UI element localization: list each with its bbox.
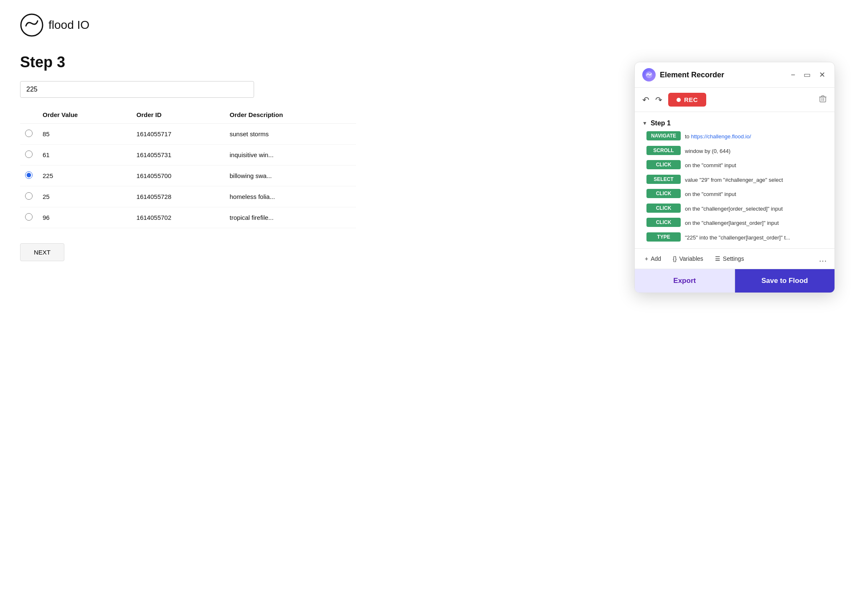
redo-button[interactable]: ↷: [655, 95, 662, 105]
action-badge: TYPE: [646, 232, 681, 242]
action-row[interactable]: CLICK on the "challenger[order_selected]…: [635, 201, 835, 216]
rec-dot: [677, 98, 681, 102]
action-badge: CLICK: [646, 204, 681, 213]
minimize-button[interactable]: −: [789, 70, 797, 80]
rec-label: REC: [684, 96, 698, 103]
order-id: 1614055728: [132, 186, 225, 207]
table-row: 96 1614055702 tropical firefile...: [20, 207, 356, 228]
recorder-logo-icon: [642, 68, 656, 81]
orders-table: Order Value Order ID Order Description 8…: [20, 108, 356, 228]
order-id: 1614055731: [132, 145, 225, 165]
order-description: inquisitive win...: [225, 145, 356, 165]
add-button[interactable]: + Add: [642, 254, 664, 264]
recorder-actions: Export Save to Flood: [635, 269, 835, 275]
variables-icon: {}: [673, 255, 677, 262]
search-input[interactable]: [20, 81, 254, 98]
order-radio-2[interactable]: [25, 171, 33, 179]
action-text: on the "commit" input: [685, 160, 736, 170]
order-value: 85: [38, 124, 132, 145]
header-controls: − ▭ ✕: [789, 69, 827, 80]
main-content: flood IO Step 3 Order Value Order ID Ord…: [0, 0, 376, 275]
action-row[interactable]: CLICK on the "commit" input: [635, 186, 835, 201]
table-row: 85 1614055717 sunset storms: [20, 124, 356, 145]
action-row[interactable]: CLICK on the "commit" input: [635, 158, 835, 172]
action-text: "225" into the "challenger[largest_order…: [685, 232, 790, 242]
action-row[interactable]: SELECT value "29" from "#challenger_age"…: [635, 172, 835, 187]
svg-rect-2: [820, 97, 826, 102]
col-order-desc: Order Description: [225, 108, 356, 124]
radio-cell[interactable]: [20, 145, 38, 165]
order-description: billowing swa...: [225, 165, 356, 186]
order-value: 96: [38, 207, 132, 228]
settings-label: Settings: [723, 255, 744, 262]
export-button[interactable]: Export: [635, 269, 735, 275]
action-text: value "29" from "#challenger_age" select: [685, 175, 783, 184]
order-description: tropical firefile...: [225, 207, 356, 228]
col-radio: [20, 108, 38, 124]
more-button[interactable]: …: [819, 254, 827, 264]
radio-cell[interactable]: [20, 207, 38, 228]
step-1-header: ▼ Step 1: [635, 116, 835, 129]
action-text: on the "challenger[largest_order]" input: [685, 218, 779, 227]
flood-logo-icon: [20, 13, 43, 37]
action-text: on the "commit" input: [685, 189, 736, 199]
rec-button[interactable]: REC: [668, 93, 706, 107]
action-text: to https://challenge.flood.io/: [685, 131, 751, 141]
action-row[interactable]: NAVIGATE to https://challenge.flood.io/: [635, 129, 835, 143]
action-badge: NAVIGATE: [646, 131, 681, 140]
order-description: homeless folia...: [225, 186, 356, 207]
radio-cell[interactable]: [20, 165, 38, 186]
undo-button[interactable]: ↶: [642, 95, 649, 105]
action-badge: SELECT: [646, 175, 681, 184]
action-row[interactable]: SCROLL window by (0, 644): [635, 143, 835, 158]
order-id: 1614055700: [132, 165, 225, 186]
action-badge: CLICK: [646, 189, 681, 198]
add-icon: +: [645, 255, 648, 262]
save-to-flood-button[interactable]: Save to Flood: [735, 269, 835, 275]
order-radio-4[interactable]: [25, 213, 33, 221]
order-value: 61: [38, 145, 132, 165]
radio-cell[interactable]: [20, 124, 38, 145]
order-id: 1614055717: [132, 124, 225, 145]
variables-button[interactable]: {} Variables: [670, 254, 706, 264]
order-value: 25: [38, 186, 132, 207]
action-text: window by (0, 644): [685, 146, 730, 155]
action-row[interactable]: CLICK on the "challenger[largest_order]"…: [635, 215, 835, 230]
col-order-id: Order ID: [132, 108, 225, 124]
actions-list: NAVIGATE to https://challenge.flood.io/ …: [635, 129, 835, 244]
recorder-footer: + Add {} Variables ☰ Settings …: [635, 248, 835, 269]
action-row[interactable]: TYPE "225" into the "challenger[largest_…: [635, 230, 835, 244]
order-radio-0[interactable]: [25, 130, 33, 137]
step-1-label: Step 1: [651, 120, 671, 127]
order-description: sunset storms: [225, 124, 356, 145]
order-value: 225: [38, 165, 132, 186]
svg-point-0: [21, 14, 43, 36]
order-id: 1614055702: [132, 207, 225, 228]
action-badge: CLICK: [646, 218, 681, 227]
logo-area: flood IO: [20, 13, 356, 37]
close-button[interactable]: ✕: [817, 69, 827, 80]
radio-cell[interactable]: [20, 186, 38, 207]
action-link[interactable]: https://challenge.flood.io/: [691, 133, 751, 140]
table-row: 25 1614055728 homeless folia...: [20, 186, 356, 207]
recorder-title: Element Recorder: [660, 71, 785, 79]
next-button[interactable]: NEXT: [20, 243, 64, 261]
delete-button[interactable]: [819, 94, 827, 105]
recorder-header: Element Recorder − ▭ ✕: [635, 62, 835, 88]
recorder-panel: Element Recorder − ▭ ✕ ↶ ↷ REC ▼ Step 1: [634, 62, 835, 275]
settings-button[interactable]: ☰ Settings: [712, 254, 747, 264]
col-order-value: Order Value: [38, 108, 132, 124]
maximize-button[interactable]: ▭: [802, 69, 812, 80]
collapse-icon: ▼: [642, 120, 647, 126]
table-row: 61 1614055731 inquisitive win...: [20, 145, 356, 165]
logo-text: flood IO: [48, 18, 89, 32]
order-radio-1[interactable]: [25, 150, 33, 158]
order-radio-3[interactable]: [25, 192, 33, 200]
action-text: on the "challenger[order_selected]" inpu…: [685, 204, 783, 213]
action-badge: SCROLL: [646, 146, 681, 155]
steps-section: ▼ Step 1 NAVIGATE to https://challenge.f…: [635, 112, 835, 248]
variables-label: Variables: [679, 255, 703, 262]
action-badge: CLICK: [646, 160, 681, 169]
add-label: Add: [651, 255, 661, 262]
table-row: 225 1614055700 billowing swa...: [20, 165, 356, 186]
